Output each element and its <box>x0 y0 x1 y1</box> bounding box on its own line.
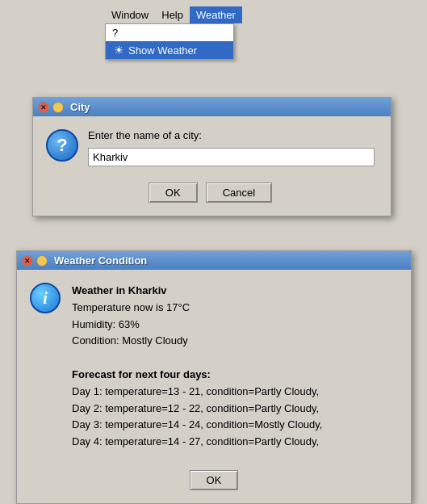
weather-line: Temperature now is 17°C <box>72 300 398 317</box>
dropdown-menu: ? ☀ Show Weather <box>105 23 234 60</box>
city-body: ? Enter the name of a city: OK Cancel <box>33 116 391 216</box>
dropdown-item-help[interactable]: ? <box>106 24 233 41</box>
weather-text: Weather in KharkivTemperature now is 17°… <box>72 283 398 451</box>
city-close-button[interactable]: ✕ <box>38 102 49 113</box>
city-content: Enter the name of a city: <box>88 129 375 166</box>
city-prompt: Enter the name of a city: <box>88 129 375 141</box>
weather-line: Day 1: temperature=13 - 21, condition=Pa… <box>72 384 398 401</box>
weather-ok-button[interactable]: OK <box>190 470 239 490</box>
weather-titlebar: ✕ Weather Condition <box>17 251 411 270</box>
menu-help[interactable]: Help <box>155 6 190 23</box>
sun-icon: ☀ <box>112 44 125 57</box>
menu-window[interactable]: Window <box>105 6 155 23</box>
city-ok-button[interactable]: OK <box>149 183 198 203</box>
city-minimize-button[interactable] <box>52 102 64 113</box>
weather-close-button[interactable]: ✕ <box>22 255 33 267</box>
city-dialog-title: City <box>70 101 90 113</box>
show-weather-label: Show Weather <box>128 44 197 57</box>
weather-dialog: ✕ Weather Condition i Weather in Kharkiv… <box>16 250 412 504</box>
menu-weather[interactable]: Weather <box>190 6 242 23</box>
info-icon: i <box>30 283 61 313</box>
weather-line: Condition: Mostly Cloudy <box>72 333 398 350</box>
question-icon: ? <box>46 129 78 162</box>
weather-body: i Weather in KharkivTemperature now is 1… <box>17 270 411 464</box>
menubar: Window Help Weather <box>105 6 242 23</box>
weather-line: Humidity: 63% <box>72 317 398 334</box>
city-cancel-button[interactable]: Cancel <box>206 183 272 203</box>
question-mark-label: ? <box>112 27 118 39</box>
weather-dialog-title: Weather Condition <box>54 254 147 267</box>
city-row: ? Enter the name of a city: <box>46 129 375 166</box>
city-titlebar: ✕ City <box>33 98 391 116</box>
weather-line: Day 4: temperature=14 - 27, condition=Pa… <box>72 434 398 451</box>
city-input[interactable] <box>88 148 375 166</box>
weather-line: Forecast for next four days: <box>72 367 398 384</box>
weather-ok-row: OK <box>17 464 411 503</box>
weather-line: Day 2: temperature=12 - 22, condition=Pa… <box>72 401 398 418</box>
dropdown-item-show-weather[interactable]: ☀ Show Weather <box>106 41 233 59</box>
city-dialog-buttons: OK Cancel <box>46 183 375 203</box>
menubar-area: Window Help Weather ? ☀ Show Weather <box>105 6 242 60</box>
weather-line: Day 3: temperature=14 - 24, condition=Mo… <box>72 417 398 434</box>
weather-line: Weather in Kharkiv <box>72 283 398 300</box>
city-dialog: ✕ City ? Enter the name of a city: OK Ca… <box>32 97 391 216</box>
weather-minimize-button[interactable] <box>36 255 48 267</box>
